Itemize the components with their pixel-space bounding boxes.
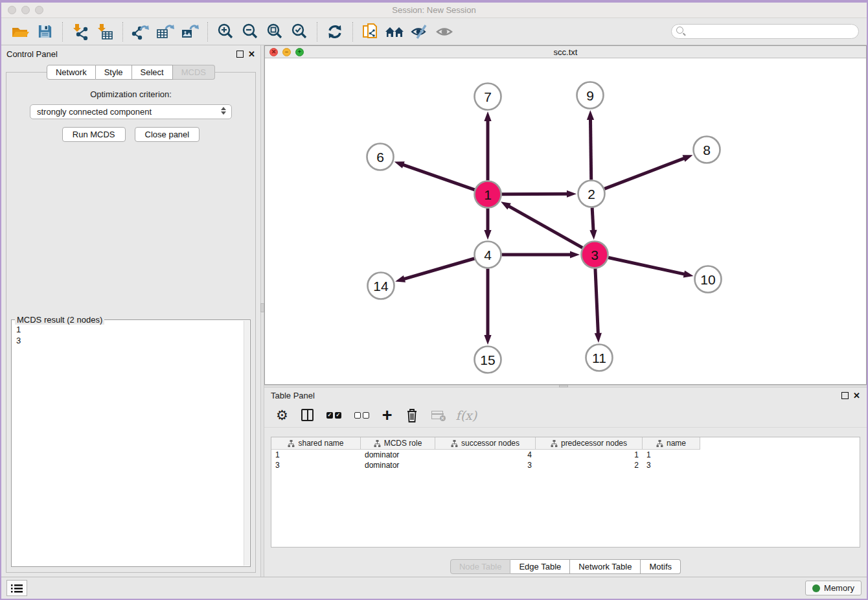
network-canvas[interactable]: 1234678910111415 [265,58,866,384]
status-bar: Memory [1,577,867,599]
close-panel-icon[interactable]: ✕ [853,392,860,399]
import-network-button[interactable] [68,21,93,43]
import-table-button[interactable] [93,21,117,43]
tab-edge-table[interactable]: Edge Table [510,559,570,574]
tab-node-table[interactable]: Node Table [450,559,511,574]
column-header-predecessor-nodes[interactable]: predecessor nodes [536,437,643,449]
control-panel-tabs: NetworkStyleSelectMCDS [1,65,260,80]
network-graph[interactable]: 1234678910111415 [265,58,866,384]
export-network-icon [131,23,150,40]
optimization-select[interactable]: strongly connected component [30,104,232,119]
network-window: ✕ − + scc.txt 1234678910111415 [264,45,867,385]
edge-arrowhead [567,190,577,198]
table-cell[interactable]: dominator [361,450,435,459]
table-cell[interactable]: 1 [643,450,700,459]
tab-network[interactable]: Network [47,65,96,80]
hide-selected-button[interactable] [407,21,432,43]
table-row[interactable]: 3dominator323 [271,460,860,470]
column-header-MCDS-role[interactable]: MCDS role [361,437,435,449]
tab-select[interactable]: Select [132,65,173,80]
mcds-result-title: MCDS result (2 nodes) [15,315,104,325]
table-row[interactable]: 1dominator411 [271,450,860,460]
tab-style[interactable]: Style [96,65,132,80]
edge-1-6[interactable] [402,165,475,190]
search-input[interactable] [671,24,859,39]
edge-3-10[interactable] [608,258,685,275]
tab-network-table[interactable]: Network Table [570,559,641,574]
delete-column-button[interactable] [405,406,418,425]
duplicate-network-icon [361,23,380,41]
add-column-button[interactable]: + [382,406,393,425]
run-mcds-button[interactable]: Run MCDS [62,127,126,142]
edge-arrowhead [395,275,405,283]
mcds-result-box: MCDS result (2 nodes) 1 3 [11,319,251,567]
export-network-button[interactable] [128,21,153,43]
table-cell[interactable]: 1 [536,450,643,459]
edge-arrowhead [394,161,405,168]
delete-table-button[interactable]: ✕ [431,406,443,425]
column-header-shared-name[interactable]: shared name [271,437,361,449]
open-session-button[interactable] [8,21,32,43]
zoom-out-icon [242,23,259,40]
table-cell[interactable]: 3 [271,461,361,470]
duplicate-network-button[interactable] [358,21,383,43]
first-neighbors-button[interactable] [383,21,407,43]
table-header-row: shared nameMCDS rolesuccessor nodesprede… [271,437,700,450]
edge-3-11[interactable] [595,268,598,334]
export-table-button[interactable] [153,21,177,43]
edge-arrowhead [484,230,491,240]
show-all-button[interactable] [432,21,457,43]
checked-box-icon: ✓ [326,412,333,419]
node-label-2: 2 [588,187,595,202]
tab-mcds[interactable]: MCDS [173,65,215,80]
table-cell[interactable]: 3 [435,461,536,470]
float-panel-icon[interactable] [841,392,849,399]
show-columns-button[interactable] [301,406,314,425]
edge-3-1[interactable] [508,206,582,248]
table-cell[interactable]: 2 [536,461,643,470]
export-image-button[interactable] [177,21,202,43]
deselect-all-button[interactable] [354,406,369,425]
apply-layout-button[interactable] [323,21,347,43]
column-header-successor-nodes[interactable]: successor nodes [435,437,536,449]
table-tabs: Node TableEdge TableNetwork TableMotifs [264,559,867,574]
zoom-selected-button[interactable] [287,21,312,43]
task-history-button[interactable] [6,580,27,596]
node-label-14: 14 [373,279,389,294]
node-label-6: 6 [376,150,384,165]
edge-2-3[interactable] [592,207,593,231]
function-builder-button[interactable]: f(x) [456,406,477,425]
edge-4-14[interactable] [404,259,475,279]
table-cell[interactable]: 1 [271,450,361,459]
gear-icon: ⚙ [276,408,288,423]
save-session-button[interactable] [32,21,57,43]
zoom-fit-button[interactable] [262,21,287,43]
eye-slash-icon [411,24,429,40]
plus-icon: + [382,409,393,422]
result-scrollbar[interactable] [244,321,249,566]
edge-2-9[interactable] [590,119,591,180]
select-all-button[interactable]: ✓ ✓ [326,406,341,425]
control-panel: Control Panel ✕ NetworkStyleSelectMCDS O… [1,45,260,577]
columns-icon [301,409,314,421]
table-cell[interactable]: 4 [435,450,536,459]
search-icon [676,27,683,34]
memory-status-icon [812,584,820,592]
splitter-grip[interactable] [260,303,264,312]
tab-motifs[interactable]: Motifs [641,559,681,574]
close-panel-button[interactable]: Close panel [135,127,200,142]
float-panel-icon[interactable] [236,51,244,58]
zoom-out-button[interactable] [238,21,262,43]
import-network-icon [71,23,89,40]
memory-button[interactable]: Memory [805,581,862,595]
table-settings-button[interactable]: ⚙ [276,406,288,425]
table-cell[interactable]: dominator [361,461,435,470]
edge-2-8[interactable] [604,158,685,189]
edge-arrowhead [484,335,491,345]
zoom-in-button[interactable] [213,21,238,43]
edge-1-2[interactable] [501,194,568,194]
table-cell[interactable]: 3 [643,461,700,470]
column-header-name[interactable]: name [643,437,700,449]
close-panel-icon[interactable]: ✕ [248,51,255,58]
main-toolbar [1,18,867,45]
